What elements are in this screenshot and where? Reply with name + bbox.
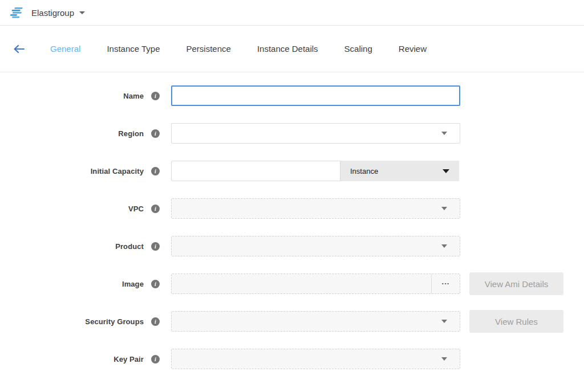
form-row-security-groups: Security Groups i View Rules xyxy=(0,311,584,332)
form-row-product: Product i xyxy=(0,236,584,256)
chevron-down-icon xyxy=(441,320,447,323)
form-row-region: Region i xyxy=(0,123,584,144)
image-browse-button: ... xyxy=(431,274,460,293)
name-info-icon[interactable]: i xyxy=(151,92,160,100)
view-rules-button: View Rules xyxy=(469,310,563,333)
vpc-info-icon[interactable]: i xyxy=(151,205,160,213)
key-pair-label: Key Pair xyxy=(0,355,144,364)
chevron-down-icon xyxy=(79,11,85,14)
tab-review[interactable]: Review xyxy=(399,44,427,54)
form-row-vpc: VPC i xyxy=(0,198,584,219)
app-title: Elastigroup xyxy=(31,8,74,18)
security-groups-select xyxy=(171,311,460,332)
view-ami-details-button: View Ami Details xyxy=(469,272,563,295)
product-select xyxy=(171,236,460,256)
vpc-select xyxy=(171,198,460,219)
region-select[interactable] xyxy=(171,123,460,144)
chevron-down-icon xyxy=(441,132,447,135)
image-info-icon[interactable]: i xyxy=(151,280,160,288)
initial-capacity-input[interactable] xyxy=(171,161,340,181)
tab-instance-type[interactable]: Instance Type xyxy=(107,44,160,54)
tab-scaling[interactable]: Scaling xyxy=(344,44,372,54)
vpc-label: VPC xyxy=(0,205,144,213)
form-row-key-pair: Key Pair i xyxy=(0,349,584,369)
image-input: ... xyxy=(171,273,460,294)
capacity-unit-value: Instance xyxy=(350,167,378,175)
region-label: Region xyxy=(0,129,144,138)
arrow-left-icon xyxy=(13,44,25,54)
key-pair-info-icon[interactable]: i xyxy=(151,355,160,364)
security-groups-info-icon[interactable]: i xyxy=(151,317,160,326)
elastigroup-menu-trigger[interactable]: Elastigroup xyxy=(9,7,85,19)
capacity-unit-select[interactable]: Instance xyxy=(340,161,459,181)
tab-general[interactable]: General xyxy=(50,44,80,54)
name-label: Name xyxy=(0,92,144,100)
wizard-tabs: General Instance Type Persistence Instan… xyxy=(50,44,453,54)
chevron-down-icon xyxy=(443,169,449,173)
elastigroup-logo-icon xyxy=(9,7,24,19)
region-info-icon[interactable]: i xyxy=(151,129,160,138)
tab-instance-details[interactable]: Instance Details xyxy=(257,44,318,54)
general-settings-form: Name i Region i Initial Capacity i Insta… xyxy=(0,72,584,369)
chevron-down-icon xyxy=(441,244,447,248)
initial-capacity-label: Initial Capacity xyxy=(0,167,144,175)
name-input[interactable] xyxy=(171,85,460,106)
product-info-icon[interactable]: i xyxy=(151,242,160,251)
form-row-name: Name i xyxy=(0,85,584,106)
product-label: Product xyxy=(0,242,144,251)
initial-capacity-info-icon[interactable]: i xyxy=(151,167,160,175)
wizard-tabbar: General Instance Type Persistence Instan… xyxy=(0,26,584,72)
chevron-down-icon xyxy=(441,357,447,361)
image-value xyxy=(172,274,431,293)
ellipsis-icon: ... xyxy=(442,279,450,285)
security-groups-label: Security Groups xyxy=(0,317,144,326)
app-header: Elastigroup xyxy=(0,0,584,26)
form-row-image: Image i ... View Ami Details xyxy=(0,273,584,294)
tab-persistence[interactable]: Persistence xyxy=(186,44,231,54)
image-label: Image xyxy=(0,280,144,288)
key-pair-select xyxy=(171,349,460,369)
form-row-initial-capacity: Initial Capacity i Instance xyxy=(0,161,584,181)
chevron-down-icon xyxy=(441,207,447,210)
back-button[interactable] xyxy=(11,42,26,56)
